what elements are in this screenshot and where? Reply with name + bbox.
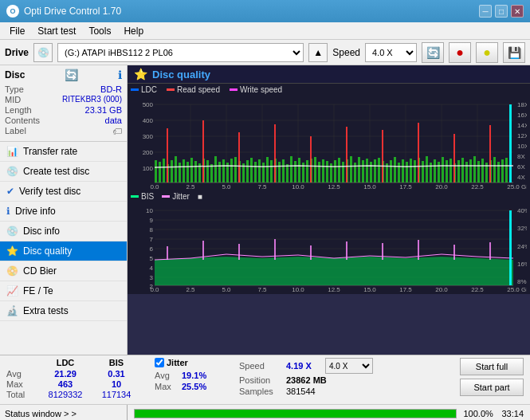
disc-quality-header: ⭐ Disc quality bbox=[128, 65, 530, 84]
sidebar-item-create-test-disc[interactable]: 💿 Create test disc bbox=[0, 162, 127, 182]
progress-track bbox=[134, 409, 457, 418]
status-window-text: Status window > > bbox=[5, 409, 77, 418]
extra-tests-label: Extra tests bbox=[23, 305, 69, 316]
eject-button[interactable]: ▲ bbox=[308, 43, 328, 62]
disc-mid-key: MID bbox=[5, 95, 21, 104]
max-bis: 10 bbox=[92, 379, 140, 389]
sidebar-item-disc-info[interactable]: 💿 Disc info bbox=[0, 222, 127, 241]
svg-rect-95 bbox=[422, 161, 424, 183]
svg-rect-34 bbox=[179, 163, 181, 183]
legend-read-speed: Read speed bbox=[167, 85, 220, 94]
svg-text:12.5: 12.5 bbox=[328, 286, 340, 293]
menu-tools[interactable]: Tools bbox=[82, 24, 117, 38]
action-buttons: Start full Start part bbox=[460, 358, 524, 396]
svg-rect-173 bbox=[489, 242, 491, 260]
disc-contents-row: Contents data bbox=[5, 116, 122, 125]
disc-type-row: Type BD-R bbox=[5, 84, 122, 94]
svg-rect-123 bbox=[346, 127, 347, 183]
svg-rect-119 bbox=[202, 120, 204, 183]
svg-text:0.0: 0.0 bbox=[150, 286, 159, 293]
samples-label: Samples bbox=[239, 387, 283, 396]
disc-info-panel: Disc 🔄 ℹ Type BD-R MID RITEKBR3 (000) Le… bbox=[0, 65, 127, 142]
sidebar-item-verify-test-disc[interactable]: ✔ Verify test disc bbox=[0, 182, 127, 202]
position-val: 23862 MB bbox=[286, 375, 327, 385]
sidebar-item-cd-bier[interactable]: 📀 CD Bier bbox=[0, 261, 127, 281]
menu-start-test[interactable]: Start test bbox=[31, 24, 82, 38]
sidebar-item-extra-tests[interactable]: 🔬 Extra tests bbox=[0, 301, 127, 321]
svg-text:400: 400 bbox=[143, 117, 154, 124]
speed-select[interactable]: 4.0 X 2.0 X 1.0 X bbox=[365, 43, 417, 62]
create-test-disc-label: Create test disc bbox=[23, 166, 89, 177]
svg-text:10: 10 bbox=[146, 207, 153, 214]
jitter-checkbox[interactable] bbox=[155, 358, 164, 367]
disc-red-button[interactable]: ● bbox=[449, 42, 471, 63]
verify-test-disc-icon: ✔ bbox=[6, 186, 14, 197]
svg-text:22.5: 22.5 bbox=[471, 183, 484, 190]
start-full-button[interactable]: Start full bbox=[460, 358, 524, 375]
drive-icon-button[interactable]: 💿 bbox=[33, 43, 53, 62]
svg-text:3: 3 bbox=[150, 274, 154, 281]
svg-rect-87 bbox=[390, 160, 392, 183]
start-part-button[interactable]: Start part bbox=[460, 379, 524, 396]
total-row: Total 8129332 117134 bbox=[6, 390, 142, 399]
disc-quality-header-icon: ⭐ bbox=[134, 68, 147, 80]
disc-info-header: Disc 🔄 ℹ bbox=[5, 69, 122, 81]
svg-rect-55 bbox=[262, 163, 265, 183]
drive-info-icon: ℹ bbox=[6, 206, 10, 217]
svg-text:10.0: 10.0 bbox=[292, 286, 304, 293]
sidebar-item-fe-te[interactable]: 📈 FE / Te bbox=[0, 281, 127, 301]
svg-rect-100 bbox=[442, 157, 444, 183]
ldc-bis-stats: LDC BIS Avg 21.29 0.31 Max 463 10 Total … bbox=[6, 358, 142, 399]
close-button[interactable]: ✕ bbox=[511, 5, 524, 18]
bottom-chart-legend: BIS Jitter ■ bbox=[131, 192, 527, 201]
svg-rect-83 bbox=[374, 159, 376, 183]
svg-text:8X: 8X bbox=[517, 153, 525, 160]
svg-rect-75 bbox=[342, 162, 344, 183]
svg-rect-102 bbox=[450, 159, 452, 183]
menu-file[interactable]: File bbox=[3, 24, 31, 38]
avg-ldc: 21.29 bbox=[41, 369, 89, 379]
sidebar-item-transfer-rate[interactable]: 📊 Transfer rate bbox=[0, 142, 127, 162]
svg-rect-57 bbox=[270, 160, 273, 183]
sidebar-item-disc-quality[interactable]: ⭐ Disc quality bbox=[0, 241, 127, 261]
svg-rect-91 bbox=[406, 162, 408, 183]
svg-text:16%: 16% bbox=[517, 261, 527, 268]
maximize-button[interactable]: □ bbox=[495, 5, 508, 18]
cd-bier-label: CD Bier bbox=[23, 265, 57, 277]
status-window-row: Status window > > 100.0% 33:14 bbox=[0, 404, 530, 420]
disc-info-icon[interactable]: ℹ bbox=[118, 69, 122, 81]
refresh-button[interactable]: 🔄 bbox=[422, 42, 444, 63]
bis-dot bbox=[131, 195, 139, 198]
disc-type-key: Type bbox=[5, 84, 24, 94]
save-button[interactable]: 💾 bbox=[503, 42, 525, 63]
bottom-chart-area: BIS Jitter ■ 10 bbox=[128, 190, 530, 294]
drive-select[interactable]: (G:) ATAPI iHBS112 2 PL06 bbox=[57, 43, 304, 62]
svg-text:15.0: 15.0 bbox=[363, 286, 376, 293]
disc-refresh-icon[interactable]: 🔄 bbox=[65, 69, 78, 81]
menu-help[interactable]: Help bbox=[117, 24, 150, 38]
svg-text:6X: 6X bbox=[517, 163, 525, 171]
avg-bis: 0.31 bbox=[92, 369, 140, 379]
minimize-button[interactable]: ─ bbox=[479, 5, 492, 18]
svg-rect-32 bbox=[171, 160, 173, 183]
svg-rect-52 bbox=[250, 158, 253, 183]
svg-rect-71 bbox=[326, 161, 328, 183]
menu-bar: File Start test Tools Help bbox=[0, 22, 530, 40]
svg-text:5: 5 bbox=[150, 255, 154, 262]
speed-stat-select[interactable]: 4.0 X bbox=[325, 358, 373, 374]
svg-rect-81 bbox=[366, 159, 368, 183]
sidebar-item-drive-info[interactable]: ℹ Drive info bbox=[0, 202, 127, 222]
svg-text:20.0: 20.0 bbox=[435, 286, 448, 293]
disc-quality-title: Disc quality bbox=[152, 69, 210, 80]
disc-yellow-button[interactable]: ● bbox=[476, 42, 498, 63]
jitter-checkbox-row: Jitter bbox=[155, 358, 226, 367]
svg-text:32%: 32% bbox=[517, 225, 527, 232]
svg-rect-66 bbox=[306, 160, 308, 183]
svg-text:22.5: 22.5 bbox=[471, 286, 484, 293]
svg-text:18X: 18X bbox=[517, 101, 527, 108]
svg-rect-124 bbox=[382, 130, 383, 183]
svg-rect-171 bbox=[418, 240, 419, 260]
svg-text:25.0: 25.0 bbox=[507, 183, 520, 190]
svg-rect-42 bbox=[210, 164, 213, 183]
svg-text:12X: 12X bbox=[517, 132, 527, 139]
